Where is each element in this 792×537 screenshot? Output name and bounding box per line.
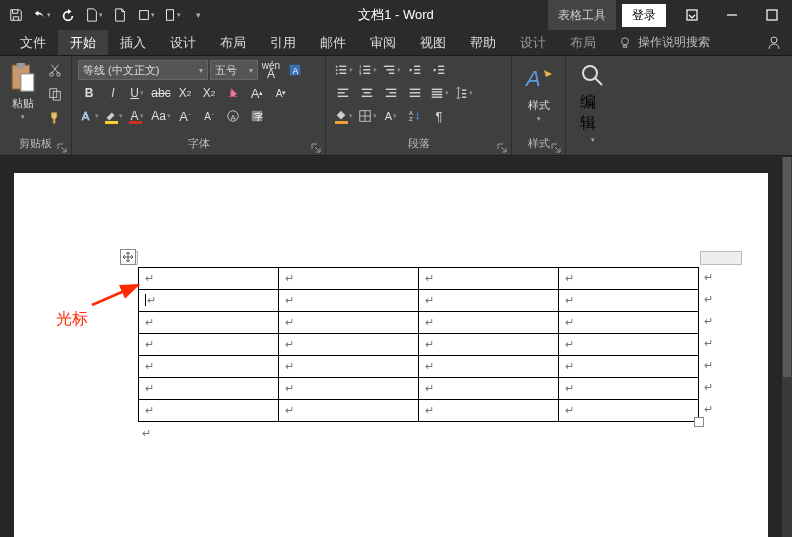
tab-review[interactable]: 审阅 [358,30,408,55]
font-launcher[interactable] [310,140,322,152]
table-row[interactable]: ↵↵↵↵ [139,356,699,378]
tab-references[interactable]: 引用 [258,30,308,55]
tab-mailings[interactable]: 邮件 [308,30,358,55]
table-cell[interactable]: ↵ [139,290,279,312]
asian-layout-button[interactable]: A▾ [380,106,402,126]
login-button[interactable]: 登录 [622,4,666,27]
tab-table-layout[interactable]: 布局 [558,30,608,55]
word-table[interactable]: ↵↵↵↵↵↵↵↵↵↵↵↵↵↵↵↵↵↵↵↵↵↵↵↵↵↵↵↵ [138,267,699,422]
table-move-handle[interactable] [120,249,136,265]
enclose-char-button[interactable]: A [222,106,244,126]
format-painter-button[interactable] [44,108,66,128]
tab-design[interactable]: 设计 [158,30,208,55]
underline-button[interactable]: U▾ [126,83,148,103]
save-button[interactable] [4,3,28,27]
sort-button[interactable]: AZ [404,106,426,126]
borders-button[interactable]: ▾ [356,106,378,126]
multilevel-button[interactable]: ▾ [380,60,402,80]
table-cell[interactable]: ↵ [139,356,279,378]
table-cell[interactable]: ↵ [279,400,419,422]
paste-button[interactable]: 粘贴 ▾ [6,60,40,123]
table-cell[interactable]: ↵ [279,356,419,378]
align-left-button[interactable] [332,83,354,103]
tab-help[interactable]: 帮助 [458,30,508,55]
table-cell[interactable]: ↵ [559,268,699,290]
table-resize-handle[interactable] [694,417,704,427]
table-cell[interactable]: ↵ [419,356,559,378]
align-center-button[interactable] [356,83,378,103]
distribute-button[interactable]: ▾ [428,83,450,103]
clear-format-button[interactable] [222,83,244,103]
table-cell[interactable]: ↵ [419,378,559,400]
qat-customize-button[interactable]: ▾ [186,3,210,27]
styles-launcher[interactable] [550,140,562,152]
decrease-indent-button[interactable] [404,60,426,80]
table-cell[interactable]: ↵ [559,312,699,334]
table-row[interactable]: ↵↵↵↵ [139,312,699,334]
table-cell[interactable]: ↵ [419,290,559,312]
bullets-button[interactable]: ▾ [332,60,354,80]
highlight-button[interactable]: ▾ [102,106,124,126]
tab-insert[interactable]: 插入 [108,30,158,55]
font-size-combo[interactable]: 五号▾ [210,60,258,80]
char-shading-button[interactable]: 字 [246,106,268,126]
shading-button[interactable]: ▾ [332,106,354,126]
qat-item-button[interactable]: ▾ [160,3,184,27]
minimize-button[interactable] [712,0,752,30]
copy-button[interactable] [44,84,66,104]
table-cell[interactable]: ↵ [139,378,279,400]
table-cell[interactable]: ↵ [559,334,699,356]
clipboard-launcher[interactable] [56,140,68,152]
line-spacing-button[interactable]: ▾ [452,83,474,103]
align-right-button[interactable] [380,83,402,103]
table-cell[interactable]: ↵ [279,290,419,312]
char-scale-shrink-button[interactable]: A˅ [198,106,220,126]
table-cell[interactable]: ↵ [139,268,279,290]
maximize-button[interactable] [752,0,792,30]
table-cell[interactable]: ↵ [559,290,699,312]
table-cell[interactable]: ↵ [139,400,279,422]
tab-home[interactable]: 开始 [58,30,108,55]
ribbon-options-button[interactable] [672,0,712,30]
superscript-button[interactable]: X2 [198,83,220,103]
strikethrough-button[interactable]: abc [150,83,172,103]
table[interactable]: ↵↵↵↵↵↵↵↵↵↵↵↵↵↵↵↵↵↵↵↵↵↵↵↵↵↵↵↵ ↵ ↵ ↵ ↵ ↵ ↵… [138,267,699,422]
phonetic-guide-button[interactable]: wénA [260,62,282,78]
show-marks-button[interactable]: ¶ [428,106,450,126]
bold-button[interactable]: B [78,83,100,103]
table-row[interactable]: ↵↵↵↵ [139,378,699,400]
tab-table-design[interactable]: 设计 [508,30,558,55]
table-cell[interactable]: ↵ [279,312,419,334]
new-doc-button[interactable]: ▾ [82,3,106,27]
justify-button[interactable] [404,83,426,103]
tell-me-search[interactable]: 操作说明搜索 [608,30,720,55]
italic-button[interactable]: I [102,83,124,103]
table-cell[interactable]: ↵ [419,334,559,356]
table-row[interactable]: ↵↵↵↵ [139,268,699,290]
increase-indent-button[interactable] [428,60,450,80]
table-cell[interactable]: ↵ [559,400,699,422]
tab-view[interactable]: 视图 [408,30,458,55]
vertical-scrollbar[interactable] [782,157,792,537]
change-case-button[interactable]: Aa▾ [150,106,172,126]
table-row[interactable]: ↵↵↵↵ [139,290,699,312]
char-border-button[interactable]: A [284,60,306,80]
undo-button[interactable]: ▾ [30,3,54,27]
table-cell[interactable]: ↵ [419,400,559,422]
table-row[interactable]: ↵↵↵↵ [139,400,699,422]
share-button[interactable] [756,30,792,55]
table-cell[interactable]: ↵ [419,268,559,290]
font-color-button[interactable]: A▾ [126,106,148,126]
subscript-button[interactable]: X2 [174,83,196,103]
table-row[interactable]: ↵↵↵↵ [139,334,699,356]
table-cell[interactable]: ↵ [139,312,279,334]
table-cell[interactable]: ↵ [559,378,699,400]
open-button[interactable] [108,3,132,27]
table-cell[interactable]: ↵ [419,312,559,334]
table-cell[interactable]: ↵ [559,356,699,378]
editing-button[interactable]: 编辑 ▾ [572,60,614,146]
tab-layout[interactable]: 布局 [208,30,258,55]
table-cell[interactable]: ↵ [139,334,279,356]
table-cell[interactable]: ↵ [279,378,419,400]
font-name-combo[interactable]: 等线 (中文正文)▾ [78,60,208,80]
